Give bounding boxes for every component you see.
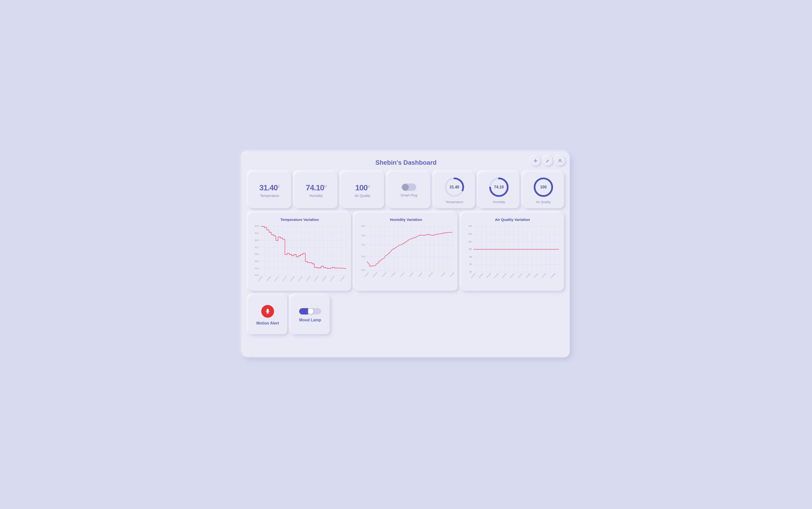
motion-alert-card: Motion Alert bbox=[248, 295, 287, 334]
svg-text:31.5: 31.5 bbox=[255, 260, 259, 262]
temperature-stat-value: 31.40C bbox=[259, 183, 280, 192]
smart-plug-label: Smart Plug bbox=[400, 193, 417, 197]
mood-lamp-slider[interactable] bbox=[299, 308, 321, 314]
smart-plug-toggle[interactable] bbox=[402, 183, 416, 191]
svg-text:11:26:07: 11:26:07 bbox=[418, 272, 423, 277]
dashboard-title: Shebin's Dashboard bbox=[248, 159, 564, 166]
temperature-gauge-value: 31.40 bbox=[449, 185, 459, 190]
airquality-gauge-label: Air Quality bbox=[536, 200, 551, 204]
top-icons-bar bbox=[531, 156, 565, 166]
svg-text:11:27:00: 11:27:00 bbox=[428, 272, 433, 277]
svg-text:11:20:13: 11:20:13 bbox=[470, 273, 476, 278]
svg-text:11:22:29: 11:22:29 bbox=[501, 273, 507, 278]
svg-text:96: 96 bbox=[469, 263, 472, 265]
svg-text:72.8: 72.8 bbox=[361, 255, 365, 258]
mood-lamp-slider-knob bbox=[308, 309, 313, 314]
humidity-chart-card: Humidity Variation 74.0 73.6 73.2 72.8 7… bbox=[354, 213, 457, 291]
svg-text:31.6: 31.6 bbox=[255, 253, 259, 256]
stat-cards-row: 31.40C Temperature 74.10U Humidity 100U … bbox=[248, 172, 564, 208]
smart-plug-card: Smart Plug bbox=[387, 172, 431, 208]
humidity-gauge-wrapper: 74.10 bbox=[488, 176, 510, 198]
humidity-stat-value: 74.10U bbox=[306, 183, 326, 192]
temperature-stat-label: Temperature bbox=[260, 194, 279, 198]
svg-text:11:22:26: 11:22:26 bbox=[290, 276, 295, 281]
motion-alert-icon bbox=[261, 305, 274, 318]
app-container: Shebin's Dashboard 31.40C Temperature 74… bbox=[242, 152, 570, 357]
humidity-stat-card: 74.10U Humidity bbox=[295, 172, 338, 208]
temperature-chart-title: Temperature Variation bbox=[252, 217, 347, 222]
airquality-gauge-value: 100 bbox=[540, 185, 547, 190]
humidity-gauge-value: 74.10 bbox=[494, 185, 504, 190]
temperature-stat-card: 31.40C Temperature bbox=[248, 172, 291, 208]
mood-lamp-card: Mood Lamp bbox=[291, 295, 330, 334]
svg-text:100: 100 bbox=[468, 248, 472, 250]
svg-text:31.8: 31.8 bbox=[255, 239, 259, 241]
svg-text:11:20:46: 11:20:46 bbox=[266, 276, 271, 281]
airquality-gauge-wrapper: 100 bbox=[532, 176, 554, 198]
airquality-gauge-card: 100 Air Quality bbox=[523, 172, 564, 208]
humidity-gauge-label: Humidity bbox=[493, 200, 505, 204]
temperature-gauge-card: 31.40 Temperature bbox=[434, 172, 475, 208]
airquality-stat-label: Air Quality bbox=[355, 194, 371, 198]
svg-text:31.7: 31.7 bbox=[255, 246, 259, 248]
svg-text:32.0: 32.0 bbox=[255, 225, 259, 227]
airquality-chart-card: Air Quality Variation 106 104 102 100 98… bbox=[461, 213, 564, 291]
svg-text:11:23:44: 11:23:44 bbox=[306, 276, 311, 281]
svg-text:11:21:36: 11:21:36 bbox=[494, 273, 499, 278]
svg-text:106: 106 bbox=[468, 225, 472, 227]
charts-row: Temperature Variation 32.0 31.9 31.8 31.… bbox=[248, 213, 564, 291]
humidity-gauge-card: 74.10 Humidity bbox=[478, 172, 519, 208]
bottom-cards-row: Motion Alert Mood Lamp bbox=[248, 295, 564, 334]
edit-button[interactable] bbox=[543, 156, 553, 166]
svg-text:73.2: 73.2 bbox=[361, 243, 365, 246]
airquality-chart-svg: 106 104 102 100 98 96 94 bbox=[465, 224, 560, 278]
smart-plug-toggle-knob bbox=[402, 184, 408, 190]
svg-text:94: 94 bbox=[469, 270, 472, 273]
svg-text:11:21:37: 11:21:37 bbox=[282, 276, 287, 281]
temperature-gauge-wrapper: 31.40 bbox=[443, 176, 465, 198]
airquality-chart-title: Air Quality Variation bbox=[465, 217, 560, 222]
svg-text:31.3: 31.3 bbox=[255, 274, 259, 276]
svg-text:11:22:51: 11:22:51 bbox=[298, 276, 303, 281]
svg-text:74.0: 74.0 bbox=[361, 225, 365, 227]
humidity-chart-title: Humidity Variation bbox=[358, 217, 453, 222]
svg-text:31.9: 31.9 bbox=[255, 232, 259, 234]
svg-text:11:28:20: 11:28:20 bbox=[449, 272, 455, 277]
humidity-stat-label: Humidity bbox=[309, 194, 323, 198]
temperature-gauge-label: Temperature bbox=[446, 200, 464, 204]
svg-text:11:24:15: 11:24:15 bbox=[517, 273, 522, 278]
svg-text:98: 98 bbox=[469, 256, 472, 258]
svg-text:11:26:01: 11:26:01 bbox=[533, 273, 539, 278]
svg-text:31.4: 31.4 bbox=[255, 267, 259, 269]
mood-lamp-slider-row bbox=[299, 308, 321, 314]
temperature-chart-svg: 32.0 31.9 31.8 31.7 31.6 31.5 31.4 31.3 bbox=[252, 224, 347, 278]
mood-lamp-label: Mood Lamp bbox=[299, 318, 321, 322]
svg-text:72.4: 72.4 bbox=[361, 269, 365, 271]
svg-text:73.6: 73.6 bbox=[361, 234, 365, 237]
svg-point-2 bbox=[559, 159, 561, 161]
user-button[interactable] bbox=[555, 156, 565, 166]
svg-text:11:26:43: 11:26:43 bbox=[322, 276, 327, 281]
svg-text:11:27:53: 11:27:53 bbox=[440, 272, 446, 277]
svg-text:11:25:09: 11:25:09 bbox=[525, 273, 531, 278]
svg-text:102: 102 bbox=[468, 240, 472, 243]
svg-text:11:24:35: 11:24:35 bbox=[314, 276, 319, 281]
svg-text:11:27:20: 11:27:20 bbox=[541, 273, 546, 278]
svg-text:11:20:47: 11:20:47 bbox=[364, 272, 369, 277]
svg-text:11:24:21: 11:24:21 bbox=[400, 272, 405, 277]
svg-text:11:22:06: 11:22:06 bbox=[381, 272, 387, 277]
svg-text:11:21:06: 11:21:06 bbox=[486, 273, 491, 278]
temperature-chart-card: Temperature Variation 32.0 31.9 31.8 31.… bbox=[248, 213, 351, 291]
motion-alert-label: Motion Alert bbox=[257, 321, 279, 326]
svg-text:11:27:59: 11:27:59 bbox=[330, 276, 335, 281]
svg-text:11:20:37: 11:20:37 bbox=[478, 273, 483, 278]
airquality-stat-card: 100U Air Quality bbox=[341, 172, 384, 208]
svg-text:11:21:13: 11:21:13 bbox=[372, 272, 378, 277]
add-button[interactable] bbox=[531, 156, 540, 166]
svg-text:104: 104 bbox=[468, 232, 472, 235]
svg-text:11:21:11: 11:21:11 bbox=[274, 276, 279, 281]
airquality-stat-value: 100U bbox=[355, 183, 370, 192]
svg-text:11:23:01: 11:23:01 bbox=[391, 272, 396, 277]
svg-text:11:23:21: 11:23:21 bbox=[509, 273, 515, 278]
svg-text:11:25:14: 11:25:14 bbox=[409, 272, 414, 277]
